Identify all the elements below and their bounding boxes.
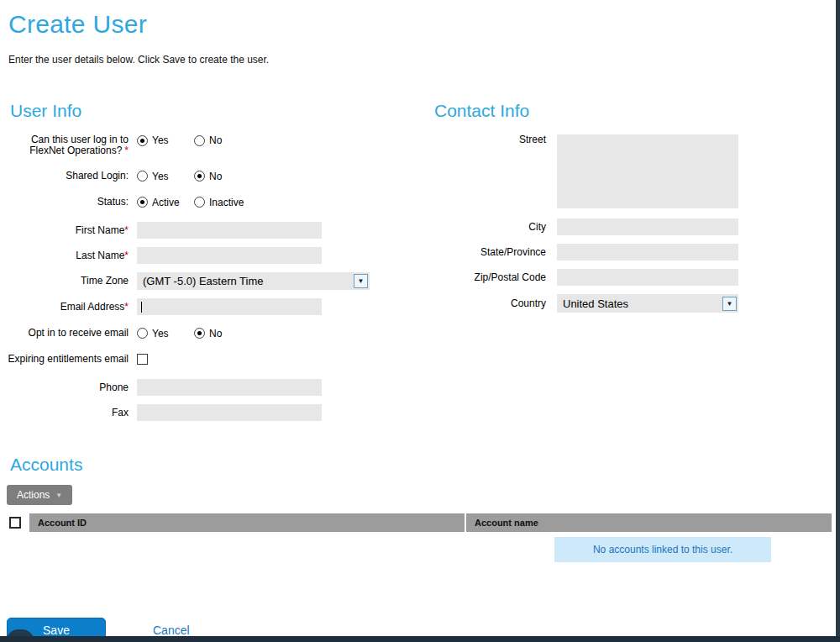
status-active-label: Active <box>152 197 180 208</box>
login-question-label: Can this user log in to FlexNet Operatio… <box>7 134 137 156</box>
radio-selected-icon <box>194 171 205 182</box>
fax-input[interactable] <box>137 404 322 421</box>
city-row: City <box>431 218 840 235</box>
radio-icon <box>137 171 148 182</box>
accounts-table-header: Account ID Account name <box>7 513 832 532</box>
street-row: Street <box>431 134 840 208</box>
status-row: Status: Active Inactive <box>7 196 431 208</box>
cancel-link[interactable]: Cancel <box>153 624 190 637</box>
page-title: Create User <box>8 10 840 39</box>
opt-in-yes-label: Yes <box>152 328 169 339</box>
last-name-input[interactable] <box>137 247 322 264</box>
country-row: Country United States ▼ <box>431 294 840 313</box>
expiring-email-checkbox[interactable] <box>137 354 148 365</box>
create-user-page: Create User Enter the user details below… <box>0 0 840 642</box>
phone-row: Phone <box>7 379 431 396</box>
login-yes-label: Yes <box>152 134 169 146</box>
expiring-email-row: Expiring entitlements email <box>7 353 431 366</box>
first-name-row: First Name* <box>7 222 431 239</box>
phone-input[interactable] <box>137 379 322 396</box>
required-marker: * <box>124 250 129 261</box>
city-input[interactable] <box>557 218 738 235</box>
email-row: Email Address* <box>7 298 431 315</box>
first-name-label-text: First Name <box>76 224 125 236</box>
shared-login-row: Shared Login: Yes No <box>7 170 431 182</box>
chevron-down-icon: ▼ <box>722 297 737 311</box>
email-label-text: Email Address <box>60 301 125 313</box>
accounts-table: Account ID Account name No accounts link… <box>7 513 832 562</box>
select-all-cell <box>7 513 28 532</box>
chevron-down-icon: ▼ <box>55 492 62 499</box>
chevron-down-icon: ▼ <box>354 274 368 288</box>
opt-in-no-label: No <box>209 328 222 339</box>
state-row: State/Province <box>431 244 840 260</box>
required-marker: * <box>124 145 129 156</box>
column-header-account-id[interactable]: Account ID <box>29 513 465 532</box>
radio-icon <box>137 328 148 339</box>
radio-icon <box>194 197 205 208</box>
opt-in-no-radio[interactable]: No <box>194 328 222 339</box>
time-zone-label: Time Zone <box>7 276 137 287</box>
country-select[interactable]: United States ▼ <box>557 294 738 313</box>
radio-icon <box>194 135 205 146</box>
accounts-section: Accounts Actions ▼ Account ID Account na… <box>7 455 840 562</box>
time-zone-select[interactable]: (GMT -5.0) Eastern Time ▼ <box>137 272 370 290</box>
zip-row: Zip/Postal Code <box>431 269 840 286</box>
last-name-row: Last Name* <box>7 247 431 264</box>
shared-login-no-label: No <box>209 171 222 182</box>
status-inactive-radio[interactable]: Inactive <box>194 197 244 208</box>
shared-login-label: Shared Login: <box>7 171 137 182</box>
radio-selected-icon <box>137 135 148 146</box>
shared-login-yes-label: Yes <box>152 171 169 182</box>
time-zone-value: (GMT -5.0) Eastern Time <box>143 275 264 287</box>
city-label: City <box>431 222 557 233</box>
first-name-label: First Name* <box>7 225 137 236</box>
opt-in-row: Opt in to receive email Yes No <box>7 327 431 339</box>
shared-login-yes-radio[interactable]: Yes <box>137 171 194 182</box>
login-no-label: No <box>209 134 222 146</box>
shared-login-no-radio[interactable]: No <box>194 171 222 182</box>
last-name-label-text: Last Name <box>76 250 124 261</box>
email-input[interactable] <box>137 298 322 315</box>
opt-in-label: Opt in to receive email <box>7 328 137 339</box>
first-name-input[interactable] <box>137 222 322 239</box>
last-name-label: Last Name* <box>7 250 137 261</box>
text-cursor <box>141 302 142 313</box>
contact-info-section: Contact Info Street City State/Province … <box>431 101 840 429</box>
country-value: United States <box>563 297 628 310</box>
zip-input[interactable] <box>557 269 738 286</box>
required-marker: * <box>124 224 129 236</box>
phone-label: Phone <box>7 382 137 393</box>
opt-in-yes-radio[interactable]: Yes <box>137 328 194 339</box>
state-label: State/Province <box>431 247 557 258</box>
user-info-heading: User Info <box>10 101 431 121</box>
expiring-email-label: Expiring entitlements email <box>7 354 137 365</box>
state-input[interactable] <box>557 244 738 260</box>
bottom-edge-bar <box>0 636 840 642</box>
zip-label: Zip/Postal Code <box>431 272 557 283</box>
login-no-radio[interactable]: No <box>194 134 222 146</box>
status-label: Status: <box>7 197 137 208</box>
right-edge-bar <box>836 0 840 642</box>
page-subtitle: Enter the user details below. Click Save… <box>8 54 840 66</box>
fax-label: Fax <box>7 408 137 418</box>
accounts-heading: Accounts <box>10 455 840 475</box>
user-info-section: User Info Can this user log in to FlexNe… <box>7 101 431 429</box>
street-label: Street <box>431 134 557 145</box>
login-question-row: Can this user log in to FlexNet Operatio… <box>7 134 431 156</box>
status-active-radio[interactable]: Active <box>137 197 194 208</box>
email-label: Email Address* <box>7 302 137 313</box>
contact-info-heading: Contact Info <box>434 101 840 121</box>
login-question-label-line2: FlexNet Operations? <box>29 145 122 156</box>
empty-accounts-notice: No accounts linked to this user. <box>554 537 771 562</box>
fax-row: Fax <box>7 404 431 421</box>
select-all-checkbox[interactable] <box>9 517 21 529</box>
column-header-account-name[interactable]: Account name <box>466 513 832 532</box>
actions-button[interactable]: Actions ▼ <box>7 485 72 505</box>
radio-selected-icon <box>137 197 148 208</box>
login-question-label-line1: Can this user log in to <box>31 134 129 145</box>
login-yes-radio[interactable]: Yes <box>137 134 194 146</box>
street-textarea[interactable] <box>557 134 738 208</box>
country-label: Country <box>431 298 557 309</box>
time-zone-row: Time Zone (GMT -5.0) Eastern Time ▼ <box>7 272 431 290</box>
